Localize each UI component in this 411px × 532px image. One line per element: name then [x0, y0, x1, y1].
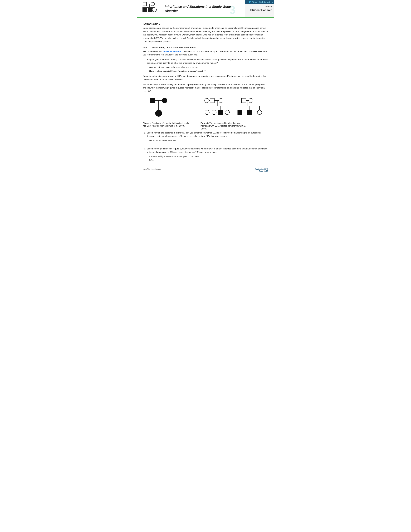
question-1: Imagine you're a doctor treating a patie… — [147, 58, 268, 73]
svg-rect-5 — [143, 8, 147, 12]
question-2: Based only on the pedigree in Figure 1, … — [147, 131, 268, 142]
introduction-text: Some diseases are caused by the environm… — [143, 27, 268, 43]
figure-2-svg — [200, 96, 268, 120]
header-pedigree-svg — [140, 1, 160, 16]
hhmi-label: hhmi — [252, 1, 257, 3]
figure-1-pedigree — [143, 96, 175, 121]
introduction-heading: INTRODUCTION — [143, 23, 268, 26]
svg-point-27 — [212, 110, 216, 114]
q3-answer-line1: It is inherited by Autosomal recessive, … — [149, 155, 268, 158]
pedigree-intro-1: Some inherited diseases, including LCA, … — [143, 75, 268, 81]
pedigree-intro-2: In a 1998 study, scientists analyzed a s… — [143, 83, 268, 93]
page-title: Inheritance and Mutations in a Single-Ge… — [165, 5, 243, 13]
q2-text-italic: only — [153, 132, 158, 134]
film-time: 1:42 — [191, 50, 196, 53]
film-link[interactable]: Genes as Medicine — [163, 50, 181, 53]
footer-website: www.BioInteractive.org — [143, 168, 161, 172]
svg-rect-29 — [218, 110, 223, 114]
figure-2-pedigree — [200, 96, 268, 121]
q2-answer-text: autosomal dominant ;inherited — [149, 139, 268, 142]
q2-text-pre: Based — [147, 132, 153, 134]
q2-text-bold: Figure 1 — [176, 132, 185, 134]
footer-right: September 2019 Page 1 of 5 — [255, 168, 268, 172]
figure-1-svg — [143, 96, 175, 120]
question-list-3: Based on the pedigrees in Figure 2, can … — [147, 147, 268, 162]
figure-2-caption-bold: Figure 2. — [200, 122, 209, 124]
footer-date: September 2019 — [255, 168, 268, 170]
activity-label: Activity — [245, 4, 274, 8]
figure-1-block: Figure 1. A pedigree of a family that ha… — [143, 96, 191, 127]
svg-point-25 — [205, 110, 209, 114]
svg-rect-19 — [210, 98, 214, 103]
part1-heading: PART 1: Determining LCA's Pattern of Inh… — [143, 46, 268, 49]
svg-point-21 — [219, 98, 223, 103]
bird-icon: 🐦 — [249, 1, 251, 3]
question-list-2: Based only on the pedigree in Figure 1, … — [147, 131, 268, 142]
footer-page: Page 1 of 5 — [255, 170, 268, 172]
q3-answer: It is inherited by Autosomal recessive, … — [147, 155, 268, 162]
main-content: INTRODUCTION Some diseases are caused by… — [137, 23, 274, 162]
svg-point-18 — [205, 98, 209, 103]
question-3: Based on the pedigrees in Figure 2, can … — [147, 147, 268, 162]
part1-intro-text1: Watch the short film — [143, 50, 163, 53]
q3-text-pre: Based on the pedigrees in — [147, 148, 173, 150]
svg-point-32 — [225, 110, 229, 114]
spacer-1 — [143, 144, 268, 147]
header-right-block: 🐦 hhmi | BioInteractive Activity Student… — [245, 0, 274, 17]
svg-rect-11 — [150, 98, 155, 103]
svg-point-34 — [249, 98, 253, 103]
q3-text-bold: Figure 2 — [173, 148, 181, 150]
svg-point-8 — [152, 8, 157, 12]
svg-point-42 — [257, 110, 262, 114]
q1-answer-line2: Have you been staring at Sophie (as radi… — [149, 69, 268, 73]
figure-2-block: Figure 2. Two pedigrees of families that… — [200, 96, 268, 130]
q1-answer-line1: Have any of your biological relatives ha… — [149, 66, 268, 69]
q3-answer-line2: LCA. — [149, 158, 268, 162]
svg-point-12 — [162, 98, 167, 103]
header-title-block: Inheritance and Mutations in a Single-Ge… — [163, 0, 245, 17]
svg-rect-33 — [242, 98, 246, 103]
biointeractive-label: BioInteractive — [259, 1, 273, 3]
svg-rect-7 — [148, 8, 152, 12]
question-list: Imagine you're a doctor treating a patie… — [147, 58, 268, 73]
svg-rect-0 — [143, 2, 147, 6]
q1-text: Imagine you're a doctor treating a patie… — [147, 58, 268, 64]
part1-intro: Watch the short film Genes as Medicine u… — [143, 50, 268, 57]
part1-intro-text2: until time — [181, 50, 191, 53]
svg-point-16 — [155, 110, 162, 116]
hhmi-bar: 🐦 hhmi | BioInteractive — [245, 0, 274, 4]
q1-answer: Have any of your biological relatives ha… — [147, 66, 268, 73]
svg-point-1 — [151, 2, 155, 6]
student-handout-label: Student Handout — [245, 8, 274, 13]
svg-rect-38 — [238, 110, 242, 114]
svg-rect-40 — [247, 110, 252, 114]
q2-text-post: on the pedigree in — [158, 132, 176, 134]
header-pedigree-icon — [137, 0, 163, 17]
footer: www.BioInteractive.org September 2019 Pa… — [137, 167, 274, 173]
figure-2-caption: Figure 2. Two pedigrees of families that… — [200, 122, 249, 130]
q2-answer: autosomal dominant ;inherited — [147, 139, 268, 142]
figure-1-caption: Figure 1. A pedigree of a family that ha… — [143, 122, 191, 127]
figure-1-caption-bold: Figure 1. — [143, 122, 151, 124]
figures-area: Figure 1. A pedigree of a family that ha… — [143, 96, 268, 130]
